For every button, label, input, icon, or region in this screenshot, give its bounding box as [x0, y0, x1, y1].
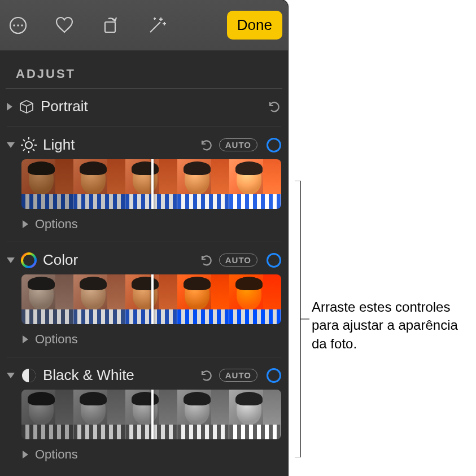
- enable-toggle[interactable]: [267, 138, 281, 152]
- bw-label: Black & White: [43, 366, 194, 384]
- favorite-button[interactable]: [52, 13, 77, 38]
- options-label: Options: [35, 217, 78, 232]
- svg-point-2: [17, 24, 19, 27]
- auto-button[interactable]: AUTO: [219, 369, 257, 382]
- adjust-bw: Black & White AUTO Options: [0, 357, 288, 466]
- options-label: Options: [35, 332, 78, 347]
- svg-line-11: [33, 149, 34, 151]
- chevron-right-icon: [23, 335, 28, 343]
- slider-handle[interactable]: [151, 274, 154, 324]
- editor-toolbar: Done: [0, 0, 288, 51]
- more-button[interactable]: [6, 13, 30, 38]
- undo-icon[interactable]: [200, 138, 213, 152]
- heart-icon: [54, 15, 75, 36]
- light-label: Light: [43, 136, 194, 154]
- chevron-right-icon: [23, 451, 28, 458]
- adjust-color: Color AUTO Options: [0, 242, 288, 357]
- chevron-right-icon: [7, 103, 12, 111]
- slider-handle[interactable]: [151, 390, 154, 439]
- svg-point-14: [22, 254, 36, 267]
- enable-toggle[interactable]: [267, 368, 281, 383]
- wand-icon: [147, 15, 167, 36]
- callout-text: Arraste estes controles para ajustar a a…: [312, 298, 470, 353]
- color-options[interactable]: Options: [7, 324, 281, 351]
- chevron-down-icon: [7, 257, 15, 263]
- svg-point-5: [25, 142, 32, 149]
- color-slider[interactable]: [21, 274, 281, 324]
- enhance-button[interactable]: [145, 13, 169, 38]
- svg-rect-4: [105, 22, 115, 32]
- slider-handle[interactable]: [151, 159, 154, 209]
- rotate-button[interactable]: [98, 13, 123, 38]
- svg-line-12: [23, 149, 25, 151]
- enable-toggle[interactable]: [267, 253, 281, 268]
- svg-line-13: [33, 139, 34, 141]
- color-header[interactable]: Color AUTO: [7, 242, 281, 274]
- rotate-icon: [101, 15, 121, 36]
- svg-line-10: [23, 139, 25, 141]
- adjust-light: Light AUTO Options: [0, 127, 288, 242]
- options-label: Options: [35, 447, 78, 462]
- bw-icon: [20, 367, 37, 384]
- light-slider[interactable]: [21, 159, 281, 209]
- auto-button[interactable]: AUTO: [219, 138, 257, 151]
- bw-slider[interactable]: [21, 390, 281, 439]
- sun-icon: [20, 137, 37, 154]
- adjust-portrait: Portrait: [0, 89, 288, 127]
- svg-point-1: [13, 24, 15, 27]
- light-options[interactable]: Options: [7, 209, 281, 236]
- chevron-down-icon: [7, 142, 15, 148]
- color-label: Color: [43, 251, 194, 269]
- cube-icon: [18, 98, 35, 115]
- bw-options[interactable]: Options: [7, 439, 281, 466]
- light-header[interactable]: Light AUTO: [7, 127, 281, 159]
- portrait-header[interactable]: Portrait: [7, 89, 281, 121]
- bw-header[interactable]: Black & White AUTO: [7, 357, 281, 390]
- section-title: ADJUST: [0, 51, 288, 88]
- portrait-label: Portrait: [41, 98, 262, 115]
- color-wheel-icon: [20, 252, 37, 269]
- chevron-down-icon: [7, 373, 15, 378]
- auto-button[interactable]: AUTO: [219, 254, 257, 267]
- callout-bracket: [294, 181, 311, 457]
- adjust-panel: Done ADJUST Portrait Light AUTO: [0, 0, 288, 476]
- undo-icon[interactable]: [200, 254, 213, 267]
- undo-icon[interactable]: [200, 369, 213, 382]
- more-icon: [8, 15, 28, 36]
- undo-icon[interactable]: [268, 100, 281, 113]
- done-button[interactable]: Done: [227, 11, 282, 40]
- svg-point-3: [21, 24, 23, 27]
- chevron-right-icon: [23, 220, 28, 228]
